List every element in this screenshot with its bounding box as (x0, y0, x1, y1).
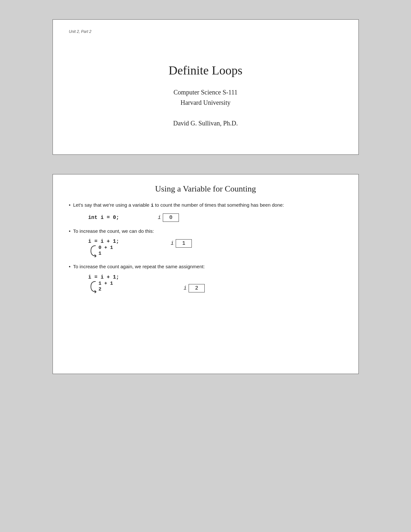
var2-label: i (171, 241, 174, 246)
code-section-3: i = i + 1; 1 + 1 2 (88, 274, 119, 293)
code-0-plus-1: 0 + 1 (99, 245, 113, 251)
bullet-dot-3: • (69, 264, 71, 269)
slide2-title: Using a Variable for Counting (69, 184, 342, 194)
bullet-dot-2: • (69, 228, 71, 234)
code-int-i-zero: int i = 0; (88, 215, 119, 221)
var3-value: 2 (195, 285, 198, 291)
subtitle-line2: Harvard University (173, 97, 238, 108)
author-name: David G. Sullivan, Ph.D. (173, 118, 238, 128)
code-1-plus-1: 1 + 1 (99, 281, 113, 286)
slide-1: Unit 2, Part 2 Definite Loops Computer S… (53, 19, 359, 155)
title-area: Definite Loops Computer Science S-111 Ha… (69, 47, 342, 145)
subtitle-block: Computer Science S-111 Harvard Universit… (173, 87, 238, 128)
bullet-text-1: Let's say that we're using a variable i … (73, 202, 284, 210)
var1-value: 0 (169, 215, 172, 221)
var2-box: 1 (176, 239, 192, 248)
var2-value: 1 (182, 241, 185, 246)
var1-box: 0 (163, 213, 179, 222)
var1-label: i (158, 215, 161, 221)
code-section-2: i = i + 1; 0 + 1 1 (88, 239, 119, 257)
curved-arrow-2 (90, 281, 97, 293)
code-i-plus1-b: i = i + 1; (88, 274, 119, 280)
bullet1-text-after: to count the number of times that someth… (154, 202, 284, 208)
curved-arrow-1 (90, 245, 97, 257)
bullet-item-2: • To increase the count, we can do this: (69, 228, 342, 235)
bullet-text-2: To increase the count, we can do this: (73, 228, 154, 235)
arrow-lines-2: 0 + 1 1 (99, 245, 113, 256)
bullet1-text-before: Let's say that we're using a variable (73, 202, 151, 208)
bullet-dot-1: • (69, 202, 71, 208)
slide-2: Using a Variable for Counting • Let's sa… (53, 174, 359, 374)
bullet-item-1: • Let's say that we're using a variable … (69, 202, 342, 210)
bullet-text-3: To increase the count again, we repeat t… (73, 263, 205, 271)
var3-box: 2 (189, 284, 205, 292)
code-result-2: 2 (99, 287, 113, 292)
subtitle-line1: Computer Science S-111 (173, 87, 238, 97)
unit-label: Unit 2, Part 2 (69, 29, 342, 34)
bullet-item-3: • To increase the count again, we repeat… (69, 263, 342, 271)
code-result-1: 1 (99, 251, 113, 256)
section-group-3: • To increase the count again, we repeat… (69, 263, 342, 293)
bullet1-code: i (151, 203, 154, 208)
arrow-lines-3: 1 + 1 2 (99, 281, 113, 292)
section-group-1: • Let's say that we're using a variable … (69, 202, 342, 222)
main-title: Definite Loops (169, 63, 242, 77)
section-group-2: • To increase the count, we can do this:… (69, 228, 342, 258)
var3-label: i (184, 285, 187, 291)
code-i-plus1-a: i = i + 1; (88, 239, 119, 244)
